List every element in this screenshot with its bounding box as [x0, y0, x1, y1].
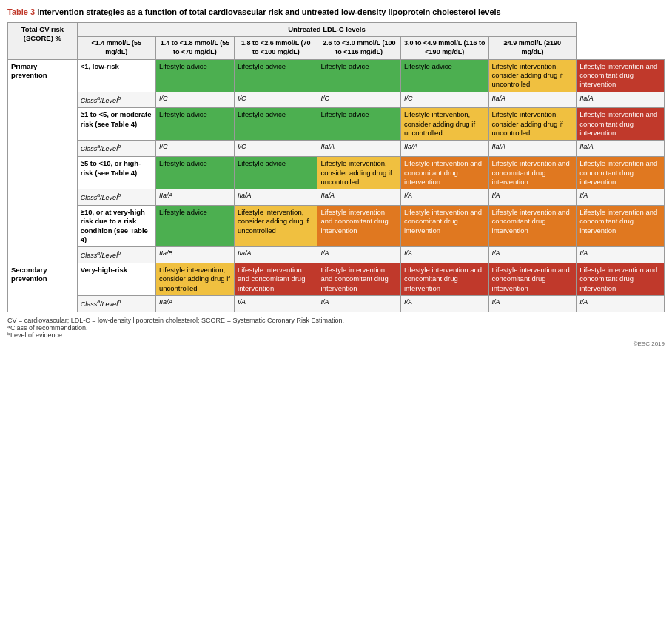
intervention-cell: Lifestyle advice — [155, 205, 234, 246]
intervention-cell: Lifestyle intervention and concomitant d… — [577, 59, 665, 92]
class-level-value: I/A — [317, 295, 400, 312]
footnote-a: ᵃClass of recommendation. — [7, 324, 665, 331]
abbrev-footnote: CV = cardiovascular; LDL-C = low-density… — [7, 317, 665, 324]
class-level-value: IIa/A — [577, 141, 665, 157]
class-level-value: I/C — [155, 92, 234, 108]
table-row: ≥5 to <10, or high-risk (see Table 4)Lif… — [8, 157, 665, 189]
ldl-col2-header: 1.4 to <1.8 mmol/L (55 to <70 mg/dL) — [155, 37, 234, 59]
table-number: Table 3 — [7, 7, 35, 16]
class-level-value: IIa/A — [488, 92, 577, 108]
subheader-row: <1.4 mmol/L (55 mg/dL) 1.4 to <1.8 mmol/… — [8, 37, 665, 59]
intervention-cell: Lifestyle intervention and concomitant d… — [235, 263, 317, 295]
copyright: ©ESC 2019 — [7, 340, 665, 347]
class-level-value: IIa/A — [155, 189, 234, 206]
intervention-cell: Lifestyle advice — [317, 59, 400, 92]
class-level-row: Classa/LevelbIIa/BIIa/AI/AI/AI/AI/A — [8, 247, 665, 263]
class-level-value: I/A — [400, 295, 488, 312]
intervention-cell: Lifestyle advice — [155, 59, 234, 92]
class-level-value: I/A — [400, 189, 488, 206]
table-row: Secondary preventionVery-high-riskLifest… — [8, 263, 665, 295]
intervention-cell: Lifestyle intervention, consider adding … — [155, 263, 234, 295]
intervention-cell: Lifestyle intervention and concomitant d… — [488, 205, 577, 246]
intervention-cell: Lifestyle intervention, consider adding … — [488, 108, 577, 141]
footnotes-block: CV = cardiovascular; LDL-C = low-density… — [7, 317, 665, 339]
footnote-b: ᵇLevel of evidence. — [7, 331, 665, 339]
intervention-cell: Lifestyle intervention, consider adding … — [235, 205, 317, 246]
cv-risk-cell: Very-high-risk — [77, 263, 155, 295]
intervention-cell: Lifestyle intervention and concomitant d… — [577, 108, 665, 141]
class-level-value: IIa/A — [235, 189, 317, 206]
class-level-value: I/A — [488, 295, 577, 312]
class-level-label: Classa/Levelb — [77, 141, 155, 157]
class-level-row: Classa/LevelbI/CI/CIIa/AIIa/AIIa/AIIa/A — [8, 141, 665, 157]
class-level-value: IIa/B — [155, 247, 234, 263]
class-level-value: I/C — [155, 141, 234, 157]
col-ldl-main-header: Untreated LDL-C levels — [77, 23, 577, 37]
class-level-value: I/C — [400, 92, 488, 108]
class-level-label: Classa/Levelb — [77, 92, 155, 108]
class-level-value: I/C — [235, 92, 317, 108]
intervention-cell: Lifestyle advice — [400, 59, 488, 92]
intervention-cell: Lifestyle intervention and concomitant d… — [400, 263, 488, 295]
class-level-value: I/A — [577, 295, 665, 312]
ldl-col5-header: 3.0 to <4.9 mmol/L (116 to <190 mg/dL) — [400, 37, 488, 59]
class-level-value: I/C — [317, 92, 400, 108]
title-block: Table 3 Intervention strategies as a fun… — [7, 7, 665, 16]
ldl-col3-header: 1.8 to <2.6 mmol/L (70 to <100 mg/dL) — [235, 37, 317, 59]
table-row: ≥1 to <5, or moderate risk (see Table 4)… — [8, 108, 665, 141]
class-level-value: IIa/A — [577, 92, 665, 108]
intervention-cell: Lifestyle advice — [235, 157, 317, 189]
class-level-value: I/A — [488, 189, 577, 206]
intervention-cell: Lifestyle advice — [317, 108, 400, 141]
ldl-col1-header: <1.4 mmol/L (55 mg/dL) — [77, 37, 155, 59]
class-level-value: I/A — [577, 247, 665, 263]
intervention-cell: Lifestyle intervention and concomitant d… — [317, 205, 400, 246]
header-row: Total CV risk (SCORE) % Untreated LDL-C … — [8, 23, 665, 37]
section-label: Secondary prevention — [8, 263, 78, 312]
intervention-cell: Lifestyle intervention and concomitant d… — [577, 263, 665, 295]
ldl-col4-header: 2.6 to <3.0 mmol/L (100 to <116 mg/dL) — [317, 37, 400, 59]
class-level-value: I/A — [400, 247, 488, 263]
table-row: ≥10, or at very-high risk due to a risk … — [8, 205, 665, 246]
table-row: Primary prevention<1, low-riskLifestyle … — [8, 59, 665, 92]
col-risk-header: Total CV risk (SCORE) % — [8, 23, 78, 60]
class-level-value: I/A — [317, 247, 400, 263]
class-level-label: Classa/Levelb — [77, 247, 155, 263]
class-level-value: IIa/A — [317, 189, 400, 206]
intervention-cell: Lifestyle advice — [235, 59, 317, 92]
class-level-value: I/C — [235, 141, 317, 157]
class-level-value: IIa/A — [155, 295, 234, 312]
cv-risk-cell: ≥10, or at very-high risk due to a risk … — [77, 205, 155, 246]
intervention-cell: Lifestyle intervention and concomitant d… — [400, 205, 488, 246]
class-level-value: IIa/A — [400, 141, 488, 157]
intervention-cell: Lifestyle intervention and concomitant d… — [488, 157, 577, 189]
class-level-row: Classa/LevelbIIa/AI/AI/AI/AI/AI/A — [8, 295, 665, 312]
class-level-value: I/A — [577, 189, 665, 206]
section-label: Primary prevention — [8, 59, 78, 263]
cv-risk-cell: ≥5 to <10, or high-risk (see Table 4) — [77, 157, 155, 189]
table-desc-text: Intervention strategies as a function of… — [37, 7, 501, 16]
intervention-cell: Lifestyle advice — [155, 108, 234, 141]
cv-risk-cell: ≥1 to <5, or moderate risk (see Table 4) — [77, 108, 155, 141]
intervention-cell: Lifestyle intervention and concomitant d… — [577, 157, 665, 189]
intervention-cell: Lifestyle intervention and concomitant d… — [317, 263, 400, 295]
class-level-value: I/A — [488, 247, 577, 263]
class-level-label: Classa/Levelb — [77, 295, 155, 312]
main-table: Total CV risk (SCORE) % Untreated LDL-C … — [7, 22, 665, 312]
class-level-value: IIa/A — [235, 247, 317, 263]
class-level-row: Classa/LevelbIIa/AIIa/AIIa/AI/AI/AI/A — [8, 189, 665, 206]
intervention-cell: Lifestyle intervention and concomitant d… — [577, 205, 665, 246]
class-level-label: Classa/Levelb — [77, 189, 155, 206]
class-level-value: I/A — [235, 295, 317, 312]
class-level-row: Classa/LevelbI/CI/CI/CI/CIIa/AIIa/A — [8, 92, 665, 108]
intervention-cell: Lifestyle intervention, consider adding … — [317, 157, 400, 189]
class-level-value: IIa/A — [317, 141, 400, 157]
intervention-cell: Lifestyle intervention and concomitant d… — [488, 263, 577, 295]
class-level-value: IIa/A — [488, 141, 577, 157]
intervention-cell: Lifestyle advice — [235, 108, 317, 141]
intervention-cell: Lifestyle intervention, consider adding … — [488, 59, 577, 92]
cv-risk-cell: <1, low-risk — [77, 59, 155, 92]
intervention-cell: Lifestyle intervention, consider adding … — [400, 108, 488, 141]
ldl-col6-header: ≥4.9 mmol/L (≥190 mg/dL) — [488, 37, 577, 59]
intervention-cell: Lifestyle intervention and concomitant d… — [400, 157, 488, 189]
